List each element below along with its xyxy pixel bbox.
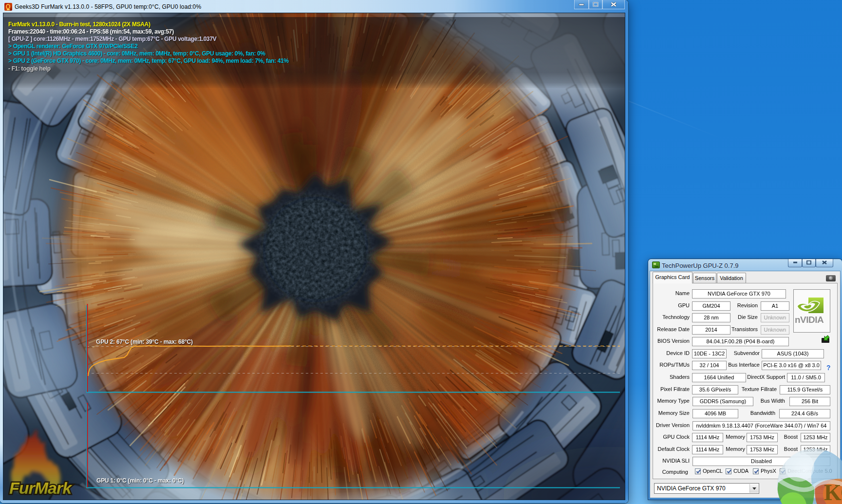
svg-text:nVIDIA: nVIDIA (795, 315, 824, 325)
svg-text:KG: KG (824, 480, 842, 504)
svg-text:FurMark: FurMark (9, 479, 73, 497)
